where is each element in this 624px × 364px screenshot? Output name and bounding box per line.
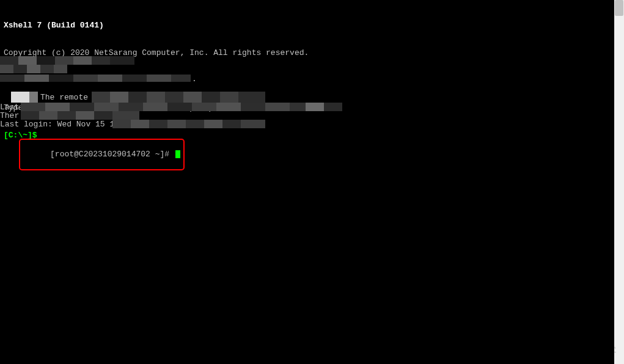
copyright-line: Copyright (c) 2020 NetSarang Computer, I… xyxy=(4,48,611,57)
scrollbar-thumb[interactable] xyxy=(615,0,623,16)
fragment-remote: The remote S xyxy=(40,93,98,102)
fragment-last-login: Last login: Wed Nov 15 15: xyxy=(0,120,124,129)
blank-line xyxy=(4,76,611,85)
help-line: Type `help' to learn how to use Xshell p… xyxy=(4,103,611,112)
fragment-ther: Ther xyxy=(0,111,19,120)
app-title: Xshell 7 (Build 0141) xyxy=(4,21,611,30)
redacted-output: . The remote S Last Ther xyxy=(0,56,354,129)
terminal-window[interactable]: Xshell 7 (Build 0141) Copyright (c) 2020… xyxy=(0,0,614,364)
shell-prompt[interactable]: [root@C20231029014702 ~]# xyxy=(50,150,174,159)
cursor-icon xyxy=(175,150,180,158)
shell-prompt-highlight: [root@C20231029014702 ~]# xyxy=(19,139,185,170)
vertical-scrollbar[interactable] xyxy=(614,0,624,364)
